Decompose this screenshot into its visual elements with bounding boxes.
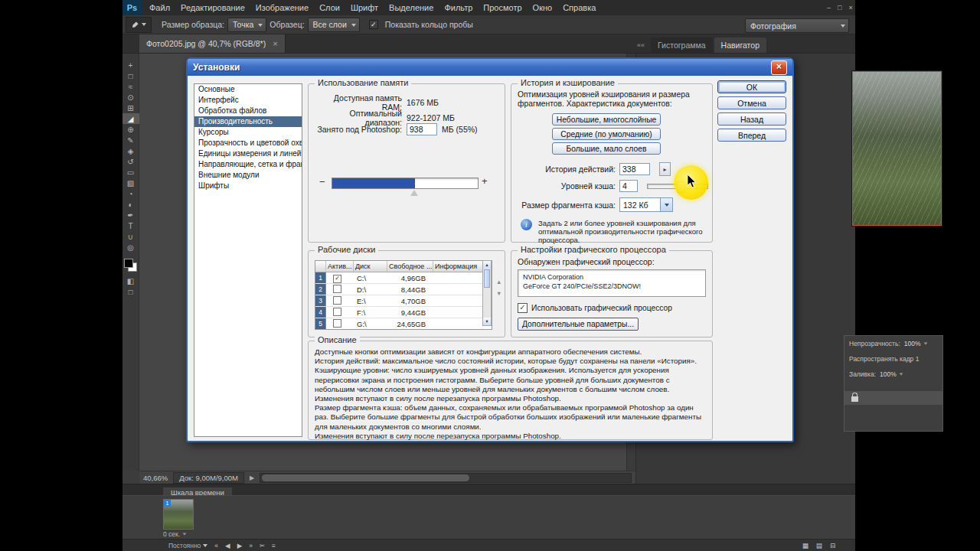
next-frame-button[interactable]: » [249, 542, 253, 549]
crop-tool[interactable]: ⊞ [122, 103, 139, 113]
memory-used-input[interactable] [407, 123, 437, 135]
memory-slider-minus[interactable]: − [319, 176, 325, 187]
collapse-dock-icon[interactable]: «« [637, 37, 645, 53]
menu-image[interactable]: Изображение [250, 0, 314, 15]
dialog-close-button[interactable]: × [771, 60, 787, 75]
memory-slider-plus[interactable]: + [482, 175, 488, 187]
move-tool[interactable]: + [122, 60, 139, 70]
table-row[interactable]: 5 G:\ 24,65GB [315, 318, 492, 329]
table-scrollbar[interactable]: ▲ ▼ [482, 260, 492, 326]
category-interface[interactable]: Интерфейс [194, 95, 302, 106]
foreground-color-swatch[interactable] [124, 259, 133, 268]
tab-close-icon[interactable]: × [273, 39, 277, 48]
horizontal-scrollbar-thumb[interactable] [262, 474, 469, 481]
ok-button[interactable]: ОК [717, 80, 786, 93]
active-checkbox[interactable] [333, 296, 341, 305]
gpu-advanced-settings-button[interactable]: Дополнительные параметры... [518, 318, 639, 331]
category-type[interactable]: Шрифты [194, 181, 302, 191]
use-gpu-checkbox[interactable]: ✓ [518, 303, 528, 313]
lasso-tool[interactable]: ≈ [122, 81, 139, 92]
marquee-tool[interactable]: □ [122, 70, 139, 81]
category-plugins[interactable]: Внешние модули [194, 170, 302, 181]
table-row[interactable]: 4 F:\ 9,44GB [315, 307, 492, 318]
category-performance[interactable]: Производительность [194, 116, 302, 127]
status-menu-arrow[interactable]: ▶ [250, 474, 254, 481]
delete-frame-icon[interactable]: ⊟ [830, 542, 835, 549]
move-down-icon[interactable]: ▼ [496, 290, 501, 297]
memory-slider[interactable] [332, 178, 479, 189]
minimize-button[interactable]: – [827, 4, 831, 11]
history-brush-tool[interactable]: ↺ [122, 156, 139, 167]
table-row[interactable]: 1 ✓ C:\ 4,96GB [315, 272, 492, 284]
history-states-spinner[interactable]: ▸ [659, 162, 671, 176]
fill-control[interactable]: Заливка: 100% [844, 367, 942, 382]
table-scrollbar-thumb[interactable] [484, 269, 490, 288]
screen-mode-icon[interactable]: □ [122, 286, 139, 297]
menu-window[interactable]: Окно [528, 0, 558, 15]
table-row[interactable]: 2 D:\ 8,44GB [315, 284, 492, 295]
memory-slider-thumb[interactable] [410, 190, 418, 196]
horizontal-scrollbar[interactable] [260, 473, 632, 483]
category-cursors[interactable]: Курсоры [194, 127, 302, 138]
lock-row[interactable] [844, 391, 942, 405]
maximize-button[interactable]: □ [838, 4, 841, 11]
active-checkbox[interactable] [333, 319, 341, 328]
category-file-handling[interactable]: Обработка файлов [194, 106, 302, 116]
active-checkbox[interactable] [333, 308, 341, 316]
quick-selection-tool[interactable]: ⊙ [122, 92, 139, 103]
menu-view[interactable]: Просмотр [478, 0, 527, 15]
menu-file[interactable]: Файл [144, 0, 175, 15]
show-sampling-ring-checkbox[interactable]: ✓ [369, 20, 378, 29]
hand-tool[interactable]: ∪ [122, 231, 139, 242]
dialog-titlebar[interactable]: Установки × [188, 59, 792, 76]
menu-type[interactable]: Шрифт [345, 0, 384, 15]
category-units-rulers[interactable]: Единицы измерения и линейки [194, 148, 302, 159]
document-tab[interactable]: Фото0205.jpg @ 40,7% (RGB/8*) × [139, 34, 286, 53]
category-general[interactable]: Основные [194, 84, 302, 95]
menu-help[interactable]: Справка [557, 0, 601, 15]
opacity-value[interactable]: 100% [904, 340, 921, 347]
menu-layers[interactable]: Слои [314, 0, 345, 15]
pen-tool[interactable]: ✒ [122, 210, 139, 220]
blur-tool[interactable]: ◔ [122, 188, 139, 199]
move-up-icon[interactable]: ▲ [496, 279, 501, 285]
fill-value[interactable]: 100% [880, 370, 897, 378]
sample-layers-select[interactable]: Все слои [308, 18, 360, 32]
scroll-down-icon[interactable]: ▼ [483, 318, 491, 325]
menu-edit[interactable]: Редактирование [175, 0, 250, 15]
table-row[interactable]: 3 E:\ 4,70GB [315, 295, 492, 307]
brush-tool[interactable]: ✎ [122, 135, 139, 145]
preset-small-many-layers-button[interactable]: Небольшие, многослойные [552, 113, 661, 126]
navigator-preview[interactable] [852, 71, 942, 226]
tab-histogram[interactable]: Гистограмма [651, 37, 713, 53]
dodge-tool[interactable]: ◐ [122, 199, 139, 210]
quick-mask-icon[interactable]: ◧ [122, 276, 139, 286]
opacity-control[interactable]: Непрозрачность: 100% [844, 336, 942, 351]
frame-thumbnail[interactable]: 1 [163, 499, 194, 530]
tile-size-dropdown-button[interactable] [660, 198, 672, 211]
type-tool[interactable]: T [122, 220, 139, 231]
convert-timeline-icon[interactable]: ▤ [816, 542, 822, 549]
preset-default-button[interactable]: Средние (по умолчанию) [552, 128, 661, 140]
timeline-menu-icon[interactable]: ≡ [272, 542, 276, 549]
category-guides-grid-slices[interactable]: Направляющие, сетка и фрагменты [194, 159, 302, 170]
preset-big-few-layers-button[interactable]: Большие, мало слоев [552, 142, 661, 155]
gradient-tool[interactable]: ▧ [122, 178, 139, 188]
color-swatches[interactable] [124, 259, 137, 272]
frames-grid-icon[interactable]: ▦ [802, 542, 808, 549]
eyedropper-tool[interactable]: ◢ [122, 113, 139, 124]
eraser-tool[interactable]: ▭ [122, 167, 139, 178]
close-button[interactable]: × [848, 4, 852, 11]
zoom-level[interactable]: 40,66% [143, 474, 168, 482]
healing-brush-tool[interactable]: ⊕ [122, 124, 139, 135]
clone-stamp-tool[interactable]: ◈ [122, 145, 139, 156]
play-button[interactable]: ▶ [237, 542, 243, 549]
tab-navigator[interactable]: Навигатор [714, 37, 766, 53]
back-button[interactable]: Назад [717, 112, 786, 126]
propagate-frame-control[interactable]: Распространять кадр 1 [844, 351, 942, 367]
workspace-select[interactable]: Фотография [745, 18, 849, 33]
cache-levels-input[interactable] [619, 180, 638, 192]
history-states-input[interactable] [619, 163, 650, 175]
loop-select[interactable]: Постоянно [168, 542, 207, 549]
sample-size-select[interactable]: Точка [227, 18, 266, 32]
